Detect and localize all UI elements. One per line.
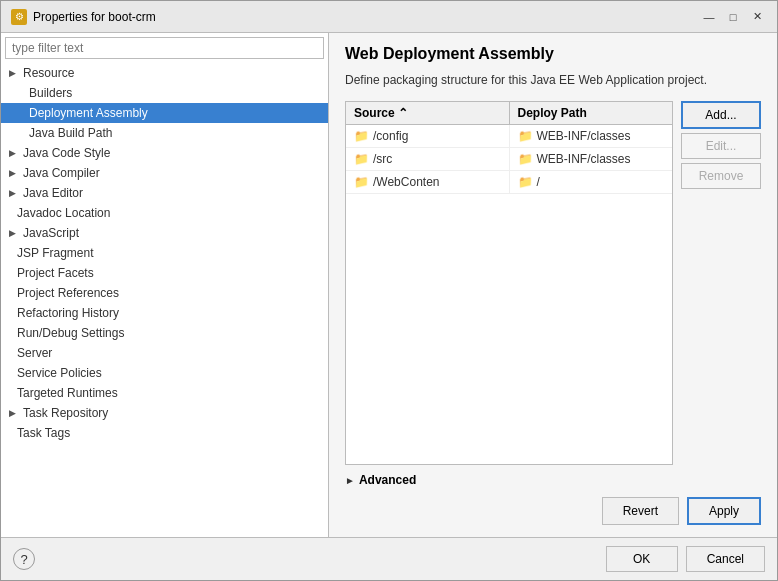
apply-button[interactable]: Apply [687, 497, 761, 525]
table-area: Source ⌃ Deploy Path 📁/config📁WEB-INF/cl… [345, 101, 761, 465]
sidebar-item-java-editor[interactable]: ▶Java Editor [1, 183, 328, 203]
sidebar-item-label: Project Facets [17, 266, 94, 280]
sidebar-item-label: Javadoc Location [17, 206, 110, 220]
sidebar-item-builders[interactable]: Builders [1, 83, 328, 103]
assembly-table: Source ⌃ Deploy Path 📁/config📁WEB-INF/cl… [345, 101, 673, 465]
sidebar-item-project-facets[interactable]: Project Facets [1, 263, 328, 283]
expand-icon: ▶ [9, 228, 19, 238]
ok-button[interactable]: OK [606, 546, 678, 572]
sidebar-item-run-debug-settings[interactable]: Run/Debug Settings [1, 323, 328, 343]
minimize-button[interactable]: — [699, 9, 719, 25]
tree-container: ▶ResourceBuildersDeployment AssemblyJava… [1, 63, 328, 537]
deploy-path-header: Deploy Path [510, 102, 673, 124]
sidebar-item-deployment-assembly[interactable]: Deployment Assembly [1, 103, 328, 123]
sidebar-item-javadoc-location[interactable]: Javadoc Location [1, 203, 328, 223]
title-bar: ⚙ Properties for boot-crm — □ ✕ [1, 1, 777, 33]
expand-icon: ▶ [9, 168, 19, 178]
folder-icon: 📁 [354, 175, 369, 189]
deploy-path-cell: 📁WEB-INF/classes [510, 125, 673, 147]
panel-description: Define packaging structure for this Java… [345, 71, 761, 89]
sidebar-item-resource[interactable]: ▶Resource [1, 63, 328, 83]
sidebar-item-label: Run/Debug Settings [17, 326, 124, 340]
sidebar-item-label: Server [17, 346, 52, 360]
sidebar-item-label: JavaScript [23, 226, 79, 240]
folder-icon: 📁 [518, 129, 533, 143]
sidebar-item-label: Refactoring History [17, 306, 119, 320]
sidebar-item-service-policies[interactable]: Service Policies [1, 363, 328, 383]
sidebar-item-jsp-fragment[interactable]: JSP Fragment [1, 243, 328, 263]
bottom-bar: ? OK Cancel [1, 537, 777, 580]
table-header: Source ⌃ Deploy Path [346, 102, 672, 125]
expand-icon: ▶ [9, 68, 19, 78]
remove-button[interactable]: Remove [681, 163, 761, 189]
table-row[interactable]: 📁/src📁WEB-INF/classes [346, 148, 672, 171]
advanced-label: Advanced [359, 473, 416, 487]
advanced-arrow-icon: ► [345, 475, 355, 486]
sidebar-item-java-compiler[interactable]: ▶Java Compiler [1, 163, 328, 183]
right-panel: Web Deployment Assembly Define packaging… [329, 33, 777, 537]
dialog-title: Properties for boot-crm [33, 10, 156, 24]
table-row[interactable]: 📁/WebConten📁/ [346, 171, 672, 194]
sidebar-item-project-references[interactable]: Project References [1, 283, 328, 303]
cancel-button[interactable]: Cancel [686, 546, 765, 572]
sidebar-item-refactoring-history[interactable]: Refactoring History [1, 303, 328, 323]
sidebar-item-label: Resource [23, 66, 74, 80]
expand-icon: ▶ [9, 408, 19, 418]
sidebar-item-label: Java Compiler [23, 166, 100, 180]
source-header: Source ⌃ [346, 102, 510, 124]
advanced-section[interactable]: ► Advanced [345, 473, 761, 487]
sidebar-item-label: Targeted Runtimes [17, 386, 118, 400]
dialog-body: ▶ResourceBuildersDeployment AssemblyJava… [1, 33, 777, 537]
left-panel: ▶ResourceBuildersDeployment AssemblyJava… [1, 33, 329, 537]
source-cell: 📁/src [346, 148, 510, 170]
sidebar-item-javascript[interactable]: ▶JavaScript [1, 223, 328, 243]
maximize-button[interactable]: □ [723, 9, 743, 25]
sidebar-item-label: Java Code Style [23, 146, 110, 160]
folder-icon: 📁 [518, 175, 533, 189]
table-actions: Add... Edit... Remove [681, 101, 761, 465]
filter-input[interactable] [5, 37, 324, 59]
expand-icon: ▶ [9, 148, 19, 158]
deploy-path-cell: 📁/ [510, 171, 673, 193]
add-button[interactable]: Add... [681, 101, 761, 129]
table-row[interactable]: 📁/config📁WEB-INF/classes [346, 125, 672, 148]
edit-button[interactable]: Edit... [681, 133, 761, 159]
help-button[interactable]: ? [13, 548, 35, 570]
sidebar-item-label: Java Build Path [29, 126, 112, 140]
folder-icon: 📁 [518, 152, 533, 166]
panel-title: Web Deployment Assembly [345, 45, 761, 63]
title-controls: — □ ✕ [699, 9, 767, 25]
sidebar-item-task-tags[interactable]: Task Tags [1, 423, 328, 443]
sidebar-item-java-code-style[interactable]: ▶Java Code Style [1, 143, 328, 163]
sidebar-item-label: Project References [17, 286, 119, 300]
table-body: 📁/config📁WEB-INF/classes📁/src📁WEB-INF/cl… [346, 125, 672, 461]
folder-icon: 📁 [354, 152, 369, 166]
revert-button[interactable]: Revert [602, 497, 679, 525]
sidebar-item-label: Deployment Assembly [29, 106, 148, 120]
sidebar-item-label: Task Repository [23, 406, 108, 420]
close-button[interactable]: ✕ [747, 9, 767, 25]
deploy-path-cell: 📁WEB-INF/classes [510, 148, 673, 170]
sidebar-item-label: JSP Fragment [17, 246, 93, 260]
folder-icon: 📁 [354, 129, 369, 143]
source-cell: 📁/WebConten [346, 171, 510, 193]
sidebar-item-targeted-runtimes[interactable]: Targeted Runtimes [1, 383, 328, 403]
sidebar-item-java-build-path[interactable]: Java Build Path [1, 123, 328, 143]
dialog-icon: ⚙ [11, 9, 27, 25]
sidebar-item-task-repository[interactable]: ▶Task Repository [1, 403, 328, 423]
sidebar-item-label: Java Editor [23, 186, 83, 200]
source-cell: 📁/config [346, 125, 510, 147]
sidebar-item-server[interactable]: Server [1, 343, 328, 363]
sidebar-item-label: Task Tags [17, 426, 70, 440]
expand-icon: ▶ [9, 188, 19, 198]
sidebar-item-label: Builders [29, 86, 72, 100]
sidebar-item-label: Service Policies [17, 366, 102, 380]
